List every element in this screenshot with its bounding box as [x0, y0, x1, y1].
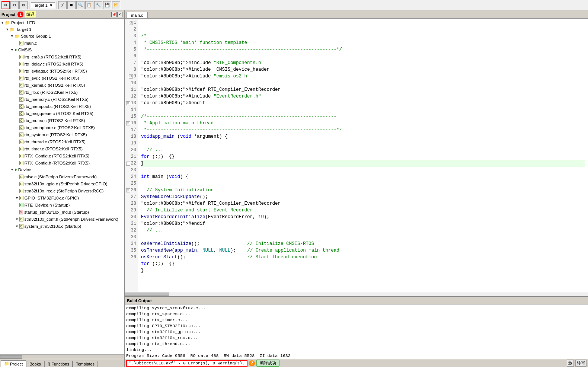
line-number: ⊟16 — [125, 120, 136, 127]
line-number: 11 — [125, 86, 136, 93]
collapse-btn[interactable]: ⊟ — [126, 101, 130, 105]
line-number: 14 — [125, 106, 136, 113]
tree-item[interactable]: ▼📁Project: LED — [0, 19, 124, 26]
tree-item[interactable]: ▼Cstm32f10x_conf.h (StdPeriph Drivers:Fr… — [0, 216, 124, 223]
tree-item[interactable]: Crtx_delay.c (RTOS2:Keil RTX5) — [0, 60, 124, 67]
tree-item-label: rtx_mutex.c (RTOS2:Keil RTX5) — [25, 118, 85, 124]
tree-item-label: rtx_system.c (RTOS2:Keil RTX5) — [25, 132, 87, 138]
toolbar-btn-2[interactable]: ⊟ — [10, 1, 19, 9]
tree-item[interactable]: ▼♦Device — [0, 166, 124, 173]
collapse-btn[interactable]: ⊟ — [126, 162, 130, 166]
tree-item[interactable]: HRTE_Device.h (Startup) — [0, 201, 124, 208]
tree-item[interactable]: Cstm32f10x_rcc.c (StdPeriph Drivers:RCC) — [0, 187, 124, 194]
tree-item-icon: C — [19, 117, 23, 124]
tree-item[interactable]: Sstartup_stm32f10x_md.s (Startup) — [0, 208, 124, 216]
tree-item[interactable]: Crtx_evr.c (RTOS2:Keil RTX5) — [0, 74, 124, 82]
code-hscroll[interactable] — [125, 292, 588, 296]
line-number: 35 — [125, 247, 136, 254]
right-sidebar-btn-1[interactable]: 激 — [567, 360, 574, 367]
code-line: "color:#8b008b;">#include "RTE_Component… — [141, 60, 585, 66]
tree-item[interactable]: Crtx_evflags.c (RTOS2:Keil RTX5) — [0, 67, 124, 74]
toolbar-btn-new[interactable]: ⊡ — [1, 1, 10, 9]
code-line: "color:#8b008b;">#endif — [141, 220, 585, 227]
panel-pin-btn[interactable]: 📌 — [111, 12, 116, 17]
tree-item[interactable]: Crtx_memory.c (RTOS2:Keil RTX5) — [0, 96, 124, 103]
tree-item-label: GPIO_STM32F10x.c (GPIO) — [25, 195, 79, 201]
toolbar-btn-stop[interactable]: ⏹ — [67, 1, 76, 9]
line-number: 23 — [125, 167, 136, 173]
tree-item[interactable]: Crtx_thread.c (RTOS2:Keil RTX5) — [0, 138, 124, 145]
toolbar-btn-7[interactable]: 💾 — [103, 1, 111, 9]
build-output-header: Build Output — [125, 297, 588, 304]
toolbar-btn-3[interactable]: ⊞ — [19, 1, 28, 9]
line-number: 31 — [125, 220, 136, 227]
tree-item[interactable]: Crtx_kernel.c (RTOS2:Keil RTX5) — [0, 82, 124, 89]
build-line: compiling rtx_system.c... — [126, 311, 587, 317]
tree-item-label: rtx_kernel.c (RTOS2:Keil RTX5) — [25, 82, 85, 88]
line-numbers: ⊟12345678⊟9101112⊟131415⊟161718192021⊟22… — [125, 19, 138, 292]
file-tab-main-c[interactable]: main.c — [126, 12, 148, 18]
project-tree[interactable]: ▼📁Project: LED▼📁Target 1▼📁Source Group 1… — [0, 19, 124, 354]
collapse-btn[interactable]: ⊟ — [129, 74, 133, 79]
tree-item-label: rtx_evflags.c (RTOS2:Keil RTX5) — [25, 68, 87, 74]
tree-item[interactable]: Crtx_mutex.c (RTOS2:Keil RTX5) — [0, 117, 124, 124]
toolbar-btn-8[interactable]: 📂 — [112, 1, 120, 9]
code-line — [141, 53, 585, 60]
tree-item-label: rtx_semaphore.c (RTOS2:Keil RTX5) — [25, 125, 95, 131]
collapse-btn[interactable]: ⊟ — [129, 21, 133, 25]
toolbar-btn-6[interactable]: 🔧 — [94, 1, 102, 9]
toolbar-btn-5[interactable]: 📋 — [85, 1, 93, 9]
code-line: EventRecorderInitialize(EventRecordError… — [141, 214, 585, 220]
code-line: osKernelInitialize(); // Initialize CMSI… — [141, 240, 585, 247]
tree-item-label: irq_cm3.s (RTOS2:Keil RTX5) — [25, 54, 82, 60]
tree-item[interactable]: Cstm32f10x_gpio.c (StdPeriph Drivers:GPI… — [0, 180, 124, 187]
bottom-tabs: 📁 Project Books {} Functions Templates — [0, 359, 124, 367]
toolbar-btn-build[interactable]: ⚡ — [58, 1, 67, 9]
tab-templates[interactable]: Templates — [73, 361, 98, 367]
tree-item[interactable]: Crtx_mempool.c (RTOS2:Keil RTX5) — [0, 103, 124, 110]
tree-item[interactable]: ▼CGPIO_STM32F10x.c (GPIO) — [0, 194, 124, 201]
tree-item[interactable]: Cmisc.c (StdPeriph Drivers:Framework) — [0, 173, 124, 180]
status-error-box: ".\Objects\LED.axf" - 0 Error(s), 0 Warn… — [126, 360, 247, 367]
tree-item[interactable]: Cirq_cm3.s (RTOS2:Keil RTX5) — [0, 53, 124, 60]
tree-item[interactable]: Crtx_system.c (RTOS2:Keil RTX5) — [0, 131, 124, 138]
panel-close-btn[interactable]: ✕ — [117, 12, 122, 17]
code-line: osThreadNew(app_main, NULL, NULL); // Cr… — [141, 247, 585, 254]
line-number: 5 — [125, 46, 136, 53]
code-content[interactable]: /*--------------------------------------… — [138, 19, 588, 292]
collapse-btn[interactable]: ⊟ — [126, 188, 130, 192]
code-line: // Initialize and start Event Recorder — [141, 207, 585, 214]
tree-item[interactable]: Crtx_semaphore.c (RTOS2:Keil RTX5) — [0, 124, 124, 131]
tree-item-label: rtx_timer.c (RTOS2:Keil RTX5) — [25, 146, 83, 152]
line-number: 36 — [125, 254, 136, 261]
tree-item[interactable]: CRTX_Config.h (RTOS2:Keil RTX5) — [0, 159, 124, 166]
tab-functions[interactable]: {} Functions — [44, 361, 73, 367]
tree-item[interactable]: Crtx_timer.c (RTOS2:Keil RTX5) — [0, 145, 124, 152]
build-line: compiling system_stm32f10x.c... — [126, 305, 587, 311]
build-output-content[interactable]: compiling system_stm32f10x.c...compiling… — [125, 304, 588, 359]
tree-item[interactable]: ▼📁Source Group 1 — [0, 33, 124, 39]
tree-item[interactable]: ▼📁Target 1 — [0, 26, 124, 33]
tree-item[interactable]: ▼Csystem_stm32f10x.c (Startup) — [0, 223, 124, 230]
tree-item[interactable]: Crtx_msgqueue.c (RTOS2:Keil RTX5) — [0, 110, 124, 117]
line-number: ⊟22 — [125, 160, 136, 167]
tree-item-icon: H — [19, 202, 23, 208]
toolbar-btn-debug[interactable]: 🔍 — [76, 1, 84, 9]
code-line: * CMSIS-RTOS 'main' function template — [141, 39, 585, 46]
line-number: 12 — [125, 93, 136, 100]
tree-item[interactable]: Crtx_lib.c (RTOS2:Keil RTX5) — [0, 89, 124, 96]
tree-item-label: RTE_Device.h (Startup) — [25, 202, 70, 208]
tree-item[interactable]: CRTX_Config.c (RTOS2:Keil RTX5) — [0, 152, 124, 159]
line-number: ⊟13 — [125, 100, 136, 106]
tab-books[interactable]: Books — [26, 361, 44, 367]
tree-scrollbar[interactable] — [0, 354, 124, 359]
toolbar-target-select[interactable]: Target 1 ▼ — [31, 2, 55, 8]
code-line: "color:#8b008b;">#include CMSIS_device_h… — [141, 66, 585, 73]
code-line: *---------------------------------------… — [141, 127, 585, 133]
tree-item[interactable]: ▼♦CMSIS — [0, 47, 124, 53]
tree-item-label: Target 1 — [16, 26, 32, 32]
right-sidebar-btn-2[interactable]: 转写 — [575, 360, 587, 367]
tab-project[interactable]: 📁 Project — [1, 360, 26, 367]
tree-item[interactable]: Cmain.c — [0, 39, 124, 47]
collapse-btn[interactable]: ⊟ — [126, 121, 130, 125]
